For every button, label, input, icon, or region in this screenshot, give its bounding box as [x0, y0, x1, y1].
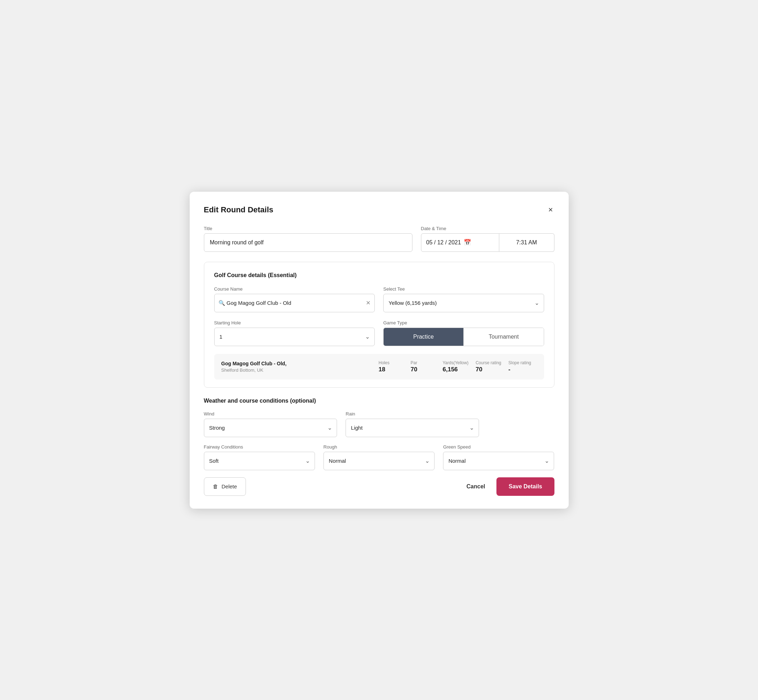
course-name-input[interactable]	[214, 294, 375, 312]
wind-rain-row: Wind Strong ⌄ Rain Light ⌄	[204, 411, 554, 437]
time-input[interactable]: 7:31 AM	[499, 233, 554, 252]
starting-hole-group: Starting Hole 1 ⌄	[214, 320, 375, 346]
select-tee-input[interactable]: Yellow (6,156 yards)	[383, 294, 544, 312]
rough-wrap: Normal ⌄	[324, 452, 434, 470]
calendar-icon: 📅	[464, 239, 471, 246]
fairway-wrap: Soft ⌄	[204, 452, 315, 470]
wind-select[interactable]: Strong	[204, 419, 337, 437]
par-stat: Par 70	[407, 360, 439, 373]
rain-label: Rain	[346, 411, 479, 417]
slope-rating-label: Slope rating	[509, 360, 531, 365]
slope-rating-value: -	[509, 366, 511, 373]
game-type-toggle: Practice Tournament	[383, 328, 544, 346]
select-tee-wrap: Yellow (6,156 yards) ⌄	[383, 294, 544, 312]
datetime-field-group: Date & Time 05 / 12 / 2021 📅 7:31 AM	[421, 226, 554, 252]
title-field-group: Title	[204, 226, 412, 252]
practice-button[interactable]: Practice	[384, 328, 464, 346]
rough-group: Rough Normal ⌄	[324, 444, 434, 470]
rough-select[interactable]: Normal	[324, 452, 434, 470]
footer-row: 🗑 Delete Cancel Save Details	[204, 477, 554, 496]
modal-title: Edit Round Details	[204, 205, 274, 214]
time-value: 7:31 AM	[516, 239, 537, 246]
course-location: Shelford Bottom, UK	[221, 367, 375, 373]
date-input[interactable]: 05 / 12 / 2021 📅	[421, 233, 499, 252]
rain-group: Rain Light ⌄	[346, 411, 479, 437]
top-fields: Title Date & Time 05 / 12 / 2021 📅 7:31 …	[204, 226, 554, 252]
slope-rating-stat: Slope rating -	[505, 360, 537, 373]
select-tee-group: Select Tee Yellow (6,156 yards) ⌄	[383, 286, 544, 312]
par-value: 70	[411, 366, 417, 373]
starting-hole-select[interactable]: 1	[214, 328, 375, 346]
course-name-label: Course Name	[214, 286, 375, 292]
wind-group: Wind Strong ⌄	[204, 411, 337, 437]
weather-section-title: Weather and course conditions (optional)	[204, 398, 554, 404]
holes-stat: Holes 18	[375, 360, 407, 373]
fairway-label: Fairway Conditions	[204, 444, 315, 450]
save-button[interactable]: Save Details	[496, 477, 554, 496]
weather-section: Weather and course conditions (optional)…	[204, 398, 554, 470]
green-speed-select[interactable]: Normal	[443, 452, 554, 470]
course-rating-value: 70	[475, 366, 482, 373]
fairway-select[interactable]: Soft	[204, 452, 315, 470]
cancel-button[interactable]: Cancel	[462, 483, 489, 490]
rain-spacer	[487, 411, 554, 437]
title-label: Title	[204, 226, 412, 231]
datetime-row: 05 / 12 / 2021 📅 7:31 AM	[421, 233, 554, 252]
clear-icon[interactable]: ✕	[366, 300, 370, 306]
golf-course-section: Golf Course details (Essential) Course N…	[204, 262, 554, 388]
course-info-row: Gog Magog Golf Club - Old, Shelford Bott…	[214, 354, 544, 380]
course-name-input-wrap: 🔍 ✕	[214, 294, 375, 312]
delete-button[interactable]: 🗑 Delete	[204, 477, 246, 496]
game-type-group: Game Type Practice Tournament	[383, 320, 544, 346]
course-rating-stat: Course rating 70	[472, 360, 504, 373]
course-rating-label: Course rating	[475, 360, 501, 365]
rough-label: Rough	[324, 444, 434, 450]
starting-hole-gametype-row: Starting Hole 1 ⌄ Game Type Practice Tou…	[214, 320, 544, 346]
yards-stat: Yards(Yellow) 6,156	[439, 360, 472, 373]
datetime-label: Date & Time	[421, 226, 554, 231]
yards-label: Yards(Yellow)	[443, 360, 469, 365]
course-name-tee-row: Course Name 🔍 ✕ Select Tee Yellow (6,156…	[214, 286, 544, 312]
delete-label: Delete	[222, 483, 237, 489]
course-name-group: Course Name 🔍 ✕	[214, 286, 375, 312]
select-tee-label: Select Tee	[383, 286, 544, 292]
green-speed-wrap: Normal ⌄	[443, 452, 554, 470]
fairway-rough-green-row: Fairway Conditions Soft ⌄ Rough Normal ⌄	[204, 444, 554, 470]
rain-select[interactable]: Light	[346, 419, 479, 437]
trash-icon: 🗑	[213, 483, 218, 489]
wind-wrap: Strong ⌄	[204, 419, 337, 437]
rain-wrap: Light ⌄	[346, 419, 479, 437]
course-name-bold: Gog Magog Golf Club - Old,	[221, 361, 375, 366]
title-input[interactable]	[204, 233, 412, 252]
par-label: Par	[411, 360, 417, 365]
close-button[interactable]: ×	[547, 205, 554, 215]
holes-label: Holes	[379, 360, 390, 365]
green-speed-label: Green Speed	[443, 444, 554, 450]
footer-right: Cancel Save Details	[462, 477, 554, 496]
edit-round-modal: Edit Round Details × Title Date & Time 0…	[190, 192, 568, 509]
starting-hole-wrap: 1 ⌄	[214, 328, 375, 346]
modal-header: Edit Round Details ×	[204, 205, 554, 215]
date-value: 05 / 12 / 2021	[426, 239, 461, 246]
holes-value: 18	[379, 366, 385, 373]
wind-label: Wind	[204, 411, 337, 417]
search-icon: 🔍	[219, 300, 225, 306]
yards-value: 6,156	[443, 366, 458, 373]
starting-hole-label: Starting Hole	[214, 320, 375, 325]
game-type-label: Game Type	[383, 320, 544, 325]
tournament-button[interactable]: Tournament	[464, 328, 543, 346]
golf-course-section-title: Golf Course details (Essential)	[214, 272, 544, 278]
green-speed-group: Green Speed Normal ⌄	[443, 444, 554, 470]
fairway-group: Fairway Conditions Soft ⌄	[204, 444, 315, 470]
course-name-col: Gog Magog Golf Club - Old, Shelford Bott…	[221, 361, 375, 373]
